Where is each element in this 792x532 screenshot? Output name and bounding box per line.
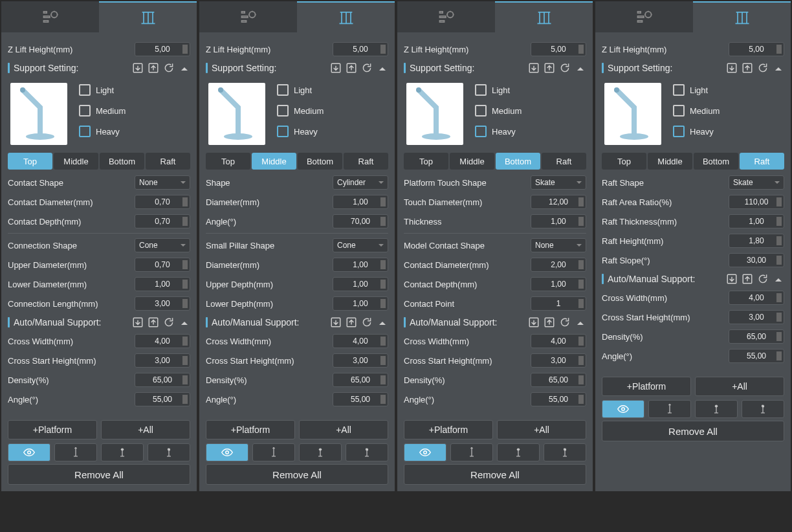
cross-width-input[interactable]: 4,00: [729, 291, 784, 305]
tab-middle[interactable]: Middle: [54, 153, 98, 170]
export-icon[interactable]: [742, 62, 753, 74]
tab-raft[interactable]: Raft: [344, 153, 388, 170]
tab-bottom[interactable]: Bottom: [298, 153, 342, 170]
cross-width-input[interactable]: 4,00: [531, 334, 586, 348]
visibility-toggle[interactable]: [8, 443, 50, 461]
export-icon[interactable]: [346, 316, 357, 328]
preset-heavy[interactable]: Heavy: [475, 126, 522, 137]
angle-input[interactable]: 55,00: [333, 392, 388, 406]
support-tool-1[interactable]: [648, 400, 691, 418]
import-icon[interactable]: [528, 316, 540, 328]
field-input[interactable]: 1,00: [729, 214, 784, 228]
field-input[interactable]: 1,00: [135, 277, 190, 291]
density-input[interactable]: 65,00: [135, 373, 190, 387]
add-all-button[interactable]: +All: [101, 420, 190, 439]
density-input[interactable]: 65,00: [333, 373, 388, 387]
z-lift-input[interactable]: 5,00: [531, 42, 586, 56]
export-icon[interactable]: [742, 273, 753, 285]
tab-bottom[interactable]: Bottom: [496, 153, 540, 170]
field-input[interactable]: 3,00: [135, 296, 190, 311]
visibility-toggle[interactable]: [602, 400, 644, 418]
field-input[interactable]: 1,00: [333, 258, 388, 272]
collapse-icon[interactable]: [773, 273, 784, 285]
tab-print-settings[interactable]: [595, 1, 693, 32]
collapse-icon[interactable]: [179, 62, 190, 74]
tab-print-settings[interactable]: [199, 1, 297, 32]
tab-raft[interactable]: Raft: [740, 153, 784, 170]
collapse-icon[interactable]: [575, 316, 586, 328]
visibility-toggle[interactable]: [206, 443, 248, 461]
field-input[interactable]: 1,00: [531, 214, 586, 228]
tab-bottom[interactable]: Bottom: [694, 153, 738, 170]
cross-start-input[interactable]: 3,00: [135, 353, 190, 368]
support-tool-1[interactable]: [252, 443, 295, 461]
export-icon[interactable]: [346, 62, 357, 74]
preset-medium[interactable]: Medium: [79, 105, 126, 116]
refresh-icon[interactable]: [361, 316, 373, 328]
export-icon[interactable]: [544, 62, 555, 74]
support-tool-2[interactable]: [299, 443, 342, 461]
field-input[interactable]: 0,70: [135, 258, 190, 272]
import-icon[interactable]: [330, 316, 342, 328]
preset-light[interactable]: Light: [277, 84, 324, 96]
field-input[interactable]: 1,00: [531, 277, 586, 291]
field-input[interactable]: 30,00: [729, 253, 784, 267]
support-tool-1[interactable]: [54, 443, 97, 461]
field-input[interactable]: 2,00: [531, 258, 586, 272]
support-tool-3[interactable]: [346, 443, 388, 461]
tab-raft[interactable]: Raft: [146, 153, 190, 170]
refresh-icon[interactable]: [361, 62, 373, 74]
field-select[interactable]: Skate: [531, 175, 586, 190]
tab-bottom[interactable]: Bottom: [100, 153, 144, 170]
collapse-icon[interactable]: [575, 62, 586, 74]
tab-middle[interactable]: Middle: [252, 153, 296, 170]
tab-support-settings[interactable]: [99, 1, 197, 32]
import-icon[interactable]: [132, 316, 144, 328]
angle-input[interactable]: 55,00: [135, 392, 190, 406]
field-input[interactable]: 1,00: [333, 277, 388, 291]
density-input[interactable]: 65,00: [531, 373, 586, 387]
angle-input[interactable]: 55,00: [531, 392, 586, 406]
density-input[interactable]: 65,00: [729, 329, 784, 344]
field-input[interactable]: 0,70: [135, 214, 190, 228]
tab-support-settings[interactable]: [693, 1, 791, 32]
add-platform-button[interactable]: +Platform: [8, 420, 97, 439]
preset-light[interactable]: Light: [475, 84, 522, 96]
add-platform-button[interactable]: +Platform: [602, 377, 691, 396]
preset-medium[interactable]: Medium: [673, 105, 720, 116]
field-input[interactable]: 1: [531, 296, 586, 311]
add-all-button[interactable]: +All: [497, 420, 586, 439]
support-tool-1[interactable]: [450, 443, 493, 461]
add-all-button[interactable]: +All: [299, 420, 388, 439]
field-select[interactable]: Cone: [333, 238, 388, 252]
z-lift-input[interactable]: 5,00: [135, 42, 190, 56]
collapse-icon[interactable]: [377, 316, 388, 328]
tab-top[interactable]: Top: [602, 153, 646, 170]
cross-start-input[interactable]: 3,00: [531, 353, 586, 368]
field-input[interactable]: 70,00: [333, 214, 388, 228]
collapse-icon[interactable]: [179, 316, 190, 328]
field-input[interactable]: 1,00: [333, 195, 388, 209]
field-input[interactable]: 110,00: [729, 195, 784, 209]
support-tool-2[interactable]: [497, 443, 540, 461]
tab-middle[interactable]: Middle: [450, 153, 494, 170]
remove-all-button[interactable]: Remove All: [404, 464, 586, 485]
tab-raft[interactable]: Raft: [542, 153, 586, 170]
tab-support-settings[interactable]: [297, 1, 395, 32]
refresh-icon[interactable]: [757, 62, 769, 74]
cross-width-input[interactable]: 4,00: [135, 334, 190, 348]
tab-top[interactable]: Top: [404, 153, 448, 170]
add-all-button[interactable]: +All: [695, 377, 784, 396]
tab-support-settings[interactable]: [495, 1, 593, 32]
import-icon[interactable]: [132, 62, 144, 74]
remove-all-button[interactable]: Remove All: [8, 464, 190, 485]
tab-print-settings[interactable]: [1, 1, 99, 32]
support-tool-3[interactable]: [544, 443, 586, 461]
refresh-icon[interactable]: [757, 273, 769, 285]
remove-all-button[interactable]: Remove All: [206, 464, 388, 485]
field-select[interactable]: Skate: [729, 175, 784, 190]
collapse-icon[interactable]: [773, 62, 784, 74]
add-platform-button[interactable]: +Platform: [404, 420, 493, 439]
z-lift-input[interactable]: 5,00: [333, 42, 388, 56]
export-icon[interactable]: [148, 316, 159, 328]
